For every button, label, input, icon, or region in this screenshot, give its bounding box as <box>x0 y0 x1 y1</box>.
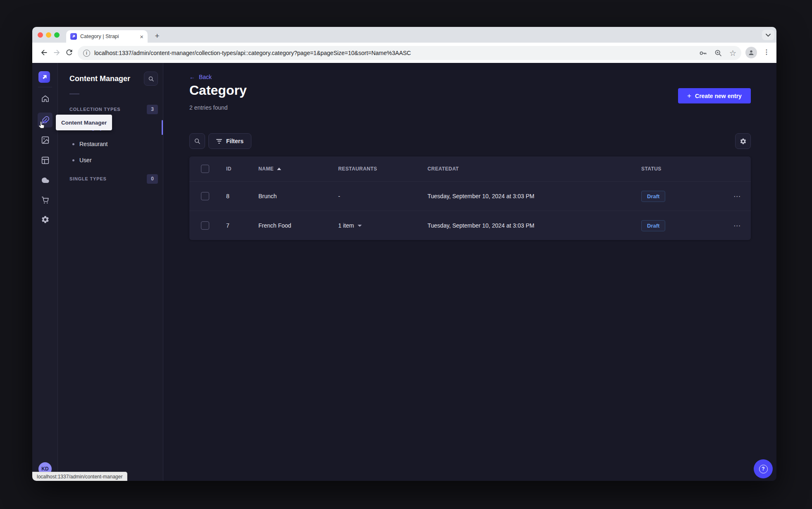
cell-id: 7 <box>226 222 258 229</box>
back-link[interactable]: ← Back <box>189 74 212 80</box>
row-checkbox[interactable] <box>201 192 209 200</box>
marketplace-cart-icon[interactable] <box>40 195 50 205</box>
strapi-app: KD Content Manager COLLECTION TYPES 3 Ca… <box>32 63 776 481</box>
strapi-logo-icon[interactable] <box>38 71 50 83</box>
collection-types-count-badge: 3 <box>147 105 158 114</box>
row-actions-menu[interactable]: ⋯ <box>733 221 741 230</box>
single-types-label: SINGLE TYPES <box>69 176 107 181</box>
cell-createdat: Tuesday, September 10, 2024 at 3:03 PM <box>427 222 641 229</box>
fullscreen-window-button[interactable] <box>54 32 60 38</box>
zoom-icon[interactable] <box>714 49 723 58</box>
cell-restaurants[interactable]: 1 item <box>338 222 427 229</box>
table-row[interactable]: 8 Brunch - Tuesday, September 10, 2024 a… <box>189 181 751 211</box>
cell-name: French Food <box>258 222 338 229</box>
back-icon[interactable] <box>40 48 49 57</box>
cloud-deploy-icon[interactable] <box>40 175 50 185</box>
reload-icon[interactable] <box>65 48 74 57</box>
status-badge: Draft <box>641 220 665 231</box>
view-settings-button[interactable] <box>735 133 751 149</box>
close-window-button[interactable] <box>38 32 43 38</box>
tab-strip: Category | Strapi × + <box>32 27 776 43</box>
cell-createdat: Tuesday, September 10, 2024 at 3:03 PM <box>427 193 641 199</box>
media-library-icon[interactable] <box>40 135 50 145</box>
tab-search-chevron-icon[interactable] <box>762 30 774 40</box>
browser-toolbar: i localhost:1337/admin/content-manager/c… <box>32 43 776 63</box>
bullet-icon <box>72 159 74 161</box>
column-header-createdat[interactable]: CREATEDAT <box>427 166 641 172</box>
sidebar-item-user[interactable]: User <box>58 152 163 168</box>
plus-icon: + <box>687 92 691 99</box>
page-title: Category <box>189 83 247 98</box>
create-new-entry-button[interactable]: + Create new entry <box>678 88 751 103</box>
browser-menu-icon[interactable]: ⋮ <box>763 48 769 56</box>
entries-table: ID NAME RESTAURANTS CREATEDAT STATUS 8 B… <box>189 156 751 240</box>
tab-close-icon[interactable]: × <box>140 34 143 40</box>
url-bar[interactable]: i localhost:1337/admin/content-manager/c… <box>78 46 741 60</box>
back-arrow-icon: ← <box>189 74 195 80</box>
chevron-down-icon <box>358 225 362 227</box>
single-types-count-badge: 0 <box>147 174 158 184</box>
forward-icon <box>52 48 61 57</box>
active-item-indicator <box>162 120 163 135</box>
sidebar-item-restaurant[interactable]: Restaurant <box>58 136 163 152</box>
filters-button[interactable]: Filters <box>208 133 251 149</box>
new-tab-button[interactable]: + <box>151 30 163 42</box>
cell-restaurants: - <box>338 193 427 199</box>
rail-divider <box>38 87 52 87</box>
page-info-icon[interactable]: i <box>83 50 90 57</box>
password-key-icon[interactable] <box>699 49 707 58</box>
link-status-bubble: localhost:1337/admin/content-manager <box>32 472 127 481</box>
subnav-search-button[interactable] <box>144 72 158 86</box>
settings-gear-icon[interactable] <box>40 214 50 224</box>
url-text[interactable]: localhost:1337/admin/content-manager/col… <box>94 50 411 56</box>
home-icon[interactable] <box>40 94 50 103</box>
question-mark-icon: ? <box>759 465 768 473</box>
column-header-status[interactable]: STATUS <box>641 166 724 172</box>
entries-count: 2 entries found <box>189 104 228 111</box>
browser-tab[interactable]: Category | Strapi × <box>66 30 148 43</box>
cell-id: 8 <box>226 193 258 199</box>
minimize-window-button[interactable] <box>46 32 51 38</box>
nav-item-label: User <box>79 157 92 163</box>
table-header-row: ID NAME RESTAURANTS CREATEDAT STATUS <box>189 156 751 181</box>
help-button[interactable]: ? <box>754 459 773 478</box>
filter-icon <box>216 138 222 144</box>
bookmark-star-icon[interactable]: ☆ <box>729 49 736 57</box>
column-header-restaurants[interactable]: RESTAURANTS <box>338 166 427 172</box>
bullet-icon <box>72 143 74 145</box>
filters-label: Filters <box>226 138 244 144</box>
mouse-hand-cursor <box>37 121 46 132</box>
content-manager-tooltip: Content Manager <box>56 115 112 130</box>
column-header-name[interactable]: NAME <box>258 166 338 172</box>
subnav-title: Content Manager <box>69 74 130 83</box>
content-type-builder-icon[interactable] <box>40 155 50 165</box>
back-label: Back <box>199 74 212 80</box>
sort-ascending-icon <box>277 168 281 170</box>
create-button-label: Create new entry <box>695 93 742 99</box>
omnibox-icons: ☆ <box>699 46 736 60</box>
nav-item-label: Restaurant <box>79 141 107 147</box>
subnav-divider <box>69 94 79 94</box>
table-row[interactable]: 7 French Food 1 item Tuesday, September … <box>189 211 751 240</box>
row-actions-menu[interactable]: ⋯ <box>733 192 741 201</box>
row-checkbox[interactable] <box>201 221 209 230</box>
browser-window: Category | Strapi × + i localhost:1337/a… <box>32 27 776 481</box>
main-content: ← Back Category 2 entries found + Create… <box>163 63 776 481</box>
status-badge: Draft <box>641 191 665 202</box>
strapi-favicon-icon <box>70 33 77 40</box>
cell-name: Brunch <box>258 193 338 199</box>
select-all-checkbox[interactable] <box>201 165 209 173</box>
tab-title: Category | Strapi <box>80 34 137 39</box>
collection-types-label: COLLECTION TYPES <box>69 107 120 112</box>
browser-profile-icon[interactable] <box>745 47 757 58</box>
column-header-id[interactable]: ID <box>226 166 258 172</box>
search-button[interactable] <box>189 133 205 149</box>
